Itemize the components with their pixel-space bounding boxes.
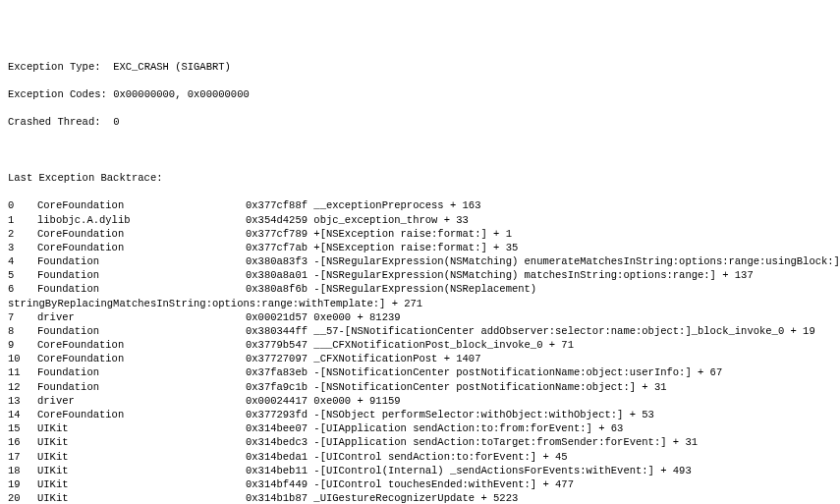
frame-address: 0x377293fd — [246, 408, 308, 421]
frame-address: 0x314beb11 — [246, 464, 308, 477]
backtrace-row: 0CoreFoundation0x377cf88f __exceptionPre… — [8, 198, 832, 212]
frame-library: UIKit — [37, 435, 246, 449]
backtrace-row: 12Foundation0x37fa9c1b -[NSNotificationC… — [8, 380, 832, 394]
frame-address: 0x314b1b87 — [246, 491, 308, 504]
backtrace-title: Last Exception Backtrace: — [8, 171, 832, 185]
frame-index: 5 — [8, 268, 37, 282]
backtrace-list: 0CoreFoundation0x377cf88f __exceptionPre… — [8, 198, 832, 504]
frame-symbol: 0xe000 + 91159 — [313, 395, 400, 407]
frame-index: 16 — [8, 435, 37, 449]
backtrace-row: 2CoreFoundation0x377cf789 +[NSException … — [8, 227, 832, 241]
crashed-thread-line: Crashed Thread: 0 — [8, 115, 832, 129]
frame-index: 8 — [8, 324, 37, 338]
backtrace-row: 10CoreFoundation0x37727097 _CFXNotificat… — [8, 352, 832, 365]
frame-address: 0x380a83f3 — [246, 254, 308, 268]
backtrace-row: 15UIKit0x314bee07 -[UIApplication sendAc… — [8, 421, 832, 435]
frame-symbol: -[UIControl touchesEnded:withEvent:] + 4… — [313, 478, 574, 490]
backtrace-row: 7driver0x00021d57 0xe000 + 81239 — [8, 310, 832, 324]
frame-library: UIKit — [37, 491, 246, 504]
backtrace-row: 18UIKit0x314beb11 -[UIControl(Internal) … — [8, 464, 832, 477]
frame-address: 0x377cf789 — [246, 227, 308, 241]
frame-address: 0x377cf88f — [246, 198, 308, 212]
frame-index: 6 — [8, 282, 37, 296]
exception-type-value: EXC_CRASH (SIGABRT) — [113, 61, 231, 73]
frame-library: UIKit — [37, 477, 246, 491]
frame-library: CoreFoundation — [37, 352, 246, 365]
frame-symbol: __exceptionPreprocess + 163 — [313, 199, 480, 211]
backtrace-row: 5Foundation0x380a8a01 -[NSRegularExpress… — [8, 268, 832, 282]
backtrace-wrapped-line: stringByReplacingMatchesInString:options… — [8, 297, 832, 310]
backtrace-row: 4Foundation0x380a83f3 -[NSRegularExpress… — [8, 254, 832, 268]
frame-library: CoreFoundation — [37, 241, 246, 254]
frame-address: 0x314bf449 — [246, 477, 308, 491]
frame-library: UIKit — [37, 450, 246, 464]
frame-address: 0x380a8a01 — [246, 268, 308, 282]
exception-type-label: Exception Type: — [8, 60, 101, 74]
frame-library: Foundation — [37, 268, 246, 282]
frame-index: 14 — [8, 408, 37, 421]
frame-library: CoreFoundation — [37, 338, 246, 352]
frame-symbol: -[UIApplication sendAction:toTarget:from… — [313, 436, 698, 448]
frame-index: 15 — [8, 421, 37, 435]
frame-library: Foundation — [37, 254, 246, 268]
backtrace-row: 19UIKit0x314bf449 -[UIControl touchesEnd… — [8, 477, 832, 491]
frame-address: 0x00024417 — [246, 394, 308, 408]
backtrace-row: 1libobjc.A.dylib0x354d4259 objc_exceptio… — [8, 213, 832, 227]
backtrace-row: 11Foundation0x37fa83eb -[NSNotificationC… — [8, 365, 832, 379]
exception-codes-label: Exception Codes: — [8, 87, 107, 101]
frame-address: 0x314bee07 — [246, 421, 308, 435]
frame-library: UIKit — [37, 464, 246, 477]
frame-index: 11 — [8, 365, 37, 379]
frame-index: 20 — [8, 491, 37, 504]
frame-address: 0x377cf7ab — [246, 241, 308, 254]
frame-symbol: +[NSException raise:format:] + 1 — [313, 228, 512, 240]
frame-symbol: __57-[NSNotificationCenter addObserver:s… — [313, 325, 814, 337]
frame-symbol: _CFXNotificationPost + 1407 — [313, 353, 480, 364]
frame-index: 9 — [8, 338, 37, 352]
frame-address: 0x314beda1 — [246, 450, 308, 464]
backtrace-row: 8Foundation0x380344ff __57-[NSNotificati… — [8, 324, 832, 338]
exception-type-line: Exception Type: EXC_CRASH (SIGABRT) — [8, 60, 832, 74]
frame-symbol: ___CFXNotificationPost_block_invoke_0 + … — [313, 339, 574, 351]
frame-address: 0x37727097 — [246, 352, 308, 365]
frame-address: 0x00021d57 — [246, 310, 308, 324]
frame-index: 18 — [8, 464, 37, 477]
frame-index: 7 — [8, 310, 37, 324]
frame-index: 13 — [8, 394, 37, 408]
frame-address: 0x314bedc3 — [246, 435, 308, 449]
frame-index: 1 — [8, 213, 37, 227]
exception-codes-line: Exception Codes: 0x00000000, 0x00000000 — [8, 87, 832, 101]
frame-address: 0x37fa83eb — [246, 365, 308, 379]
frame-symbol: -[UIControl sendAction:to:forEvent:] + 4… — [313, 451, 567, 463]
frame-library: driver — [37, 310, 246, 324]
frame-symbol: _UIGestureRecognizerUpdate + 5223 — [313, 492, 518, 504]
frame-symbol: -[UIApplication sendAction:to:from:forEv… — [313, 422, 623, 434]
frame-library: driver — [37, 394, 246, 408]
backtrace-row: 6Foundation0x380a8f6b -[NSRegularExpress… — [8, 282, 832, 296]
frame-symbol: -[NSRegularExpression(NSMatching) matche… — [313, 269, 753, 281]
frame-symbol: -[NSRegularExpression(NSMatching) enumer… — [313, 255, 840, 267]
crashed-thread-value: 0 — [113, 116, 119, 128]
frame-symbol: +[NSException raise:format:] + 35 — [313, 242, 518, 253]
frame-library: libobjc.A.dylib — [37, 213, 246, 227]
frame-index: 3 — [8, 241, 37, 254]
frame-index: 17 — [8, 450, 37, 464]
frame-symbol: -[NSNotificationCenter postNotificationN… — [313, 366, 722, 378]
frame-index: 0 — [8, 198, 37, 212]
backtrace-row: 17UIKit0x314beda1 -[UIControl sendAction… — [8, 450, 832, 464]
backtrace-row: 13driver0x00024417 0xe000 + 91159 — [8, 394, 832, 408]
frame-address: 0x380a8f6b — [246, 282, 308, 296]
crashed-thread-label: Crashed Thread: — [8, 115, 101, 129]
frame-library: CoreFoundation — [37, 408, 246, 421]
exception-codes-value: 0x00000000, 0x00000000 — [113, 88, 250, 100]
frame-library: Foundation — [37, 380, 246, 394]
frame-index: 4 — [8, 254, 37, 268]
backtrace-row: 16UIKit0x314bedc3 -[UIApplication sendAc… — [8, 435, 832, 449]
frame-library: Foundation — [37, 282, 246, 296]
frame-address: 0x380344ff — [246, 324, 308, 338]
frame-address: 0x3779b547 — [246, 338, 308, 352]
frame-symbol: -[NSObject performSelector:withObject:wi… — [313, 409, 654, 420]
backtrace-row: 14CoreFoundation0x377293fd -[NSObject pe… — [8, 408, 832, 421]
backtrace-row: 3CoreFoundation0x377cf7ab +[NSException … — [8, 241, 832, 254]
backtrace-row: 9CoreFoundation0x3779b547 ___CFXNotifica… — [8, 338, 832, 352]
